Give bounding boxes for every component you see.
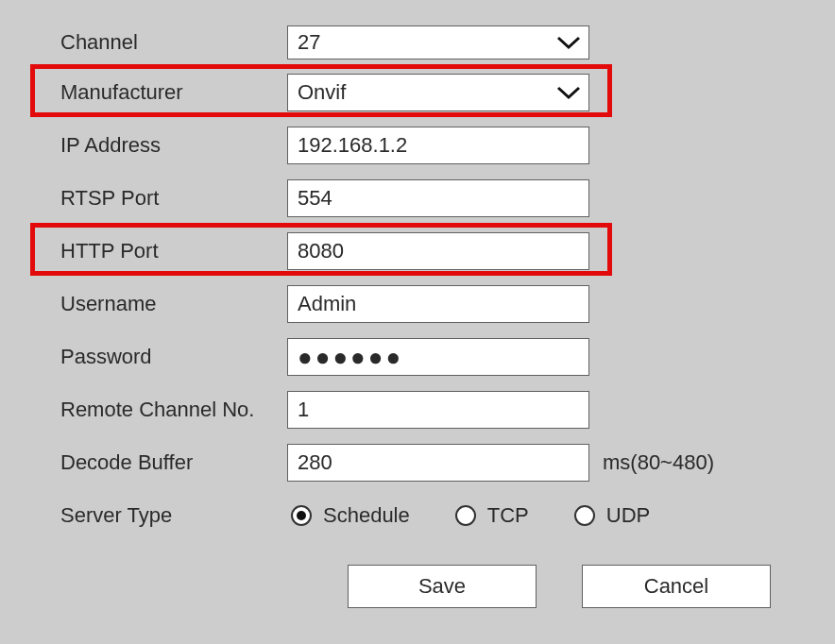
channel-value: 27 — [298, 30, 320, 55]
label-password: Password — [60, 345, 287, 369]
remote-channel-no-input[interactable]: 1 — [287, 391, 589, 429]
row-http-port: HTTP Port 8080 — [60, 225, 788, 278]
radio-udp-label: UDP — [606, 503, 650, 528]
label-decode-buffer: Decode Buffer — [60, 450, 287, 475]
radio-icon — [291, 505, 312, 526]
decode-buffer-suffix: ms(80~480) — [603, 450, 714, 475]
chevron-down-icon — [556, 35, 581, 50]
row-manufacturer: Manufacturer Onvif — [60, 66, 788, 119]
rtsp-port-input[interactable]: 554 — [287, 179, 589, 217]
row-password: Password ●●●●●● — [60, 330, 788, 383]
label-channel: Channel — [60, 30, 287, 55]
manufacturer-select[interactable]: Onvif — [287, 74, 589, 111]
radio-icon — [574, 505, 595, 526]
radio-schedule[interactable]: Schedule — [291, 503, 410, 528]
channel-select[interactable]: 27 — [287, 25, 589, 59]
label-remote-channel-no: Remote Channel No. — [60, 398, 287, 422]
save-button[interactable]: Save — [348, 565, 537, 608]
chevron-down-icon — [556, 85, 581, 100]
password-mask: ●●●●●● — [298, 345, 403, 369]
label-server-type: Server Type — [60, 503, 287, 528]
label-rtsp-port: RTSP Port — [60, 186, 287, 211]
row-remote-channel-no: Remote Channel No. 1 — [60, 383, 788, 436]
label-username: Username — [60, 292, 287, 316]
http-port-value: 8080 — [298, 239, 344, 263]
radio-tcp-label: TCP — [487, 503, 529, 528]
row-server-type: Server Type Schedule TCP UDP — [60, 489, 788, 542]
row-channel: Channel 27 — [60, 19, 788, 66]
row-username: Username Admin — [60, 278, 788, 330]
radio-udp[interactable]: UDP — [574, 503, 650, 528]
username-value: Admin — [298, 292, 356, 316]
row-ip-address: IP Address 192.168.1.2 — [60, 119, 788, 172]
radio-icon — [455, 505, 476, 526]
password-input[interactable]: ●●●●●● — [287, 338, 589, 376]
decode-buffer-value: 280 — [298, 450, 332, 475]
radio-tcp[interactable]: TCP — [455, 503, 529, 528]
label-http-port: HTTP Port — [60, 239, 287, 263]
cancel-button[interactable]: Cancel — [582, 565, 771, 608]
row-decode-buffer: Decode Buffer 280 ms(80~480) — [60, 436, 788, 489]
http-port-input[interactable]: 8080 — [287, 232, 589, 270]
ip-address-input[interactable]: 192.168.1.2 — [287, 127, 589, 164]
camera-config-form: Channel 27 Manufacturer Onvif IP Address… — [0, 0, 835, 608]
label-manufacturer: Manufacturer — [60, 80, 287, 105]
ip-address-value: 192.168.1.2 — [298, 133, 407, 158]
manufacturer-value: Onvif — [298, 80, 346, 105]
username-input[interactable]: Admin — [287, 285, 589, 323]
server-type-radio-group: Schedule TCP UDP — [287, 503, 650, 528]
remote-channel-no-value: 1 — [298, 398, 309, 422]
decode-buffer-input[interactable]: 280 — [287, 444, 589, 482]
radio-schedule-label: Schedule — [323, 503, 410, 528]
row-rtsp-port: RTSP Port 554 — [60, 172, 788, 225]
rtsp-port-value: 554 — [298, 186, 332, 211]
button-row: Save Cancel — [348, 565, 788, 608]
label-ip-address: IP Address — [60, 133, 287, 158]
